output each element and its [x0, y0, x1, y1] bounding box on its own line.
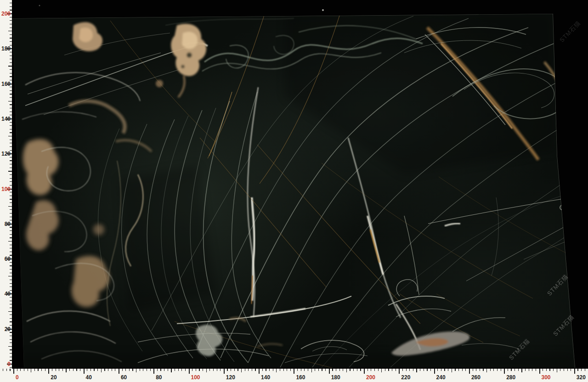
ruler-tick — [224, 369, 225, 374]
ruler-tick — [402, 369, 403, 371]
ruler-tick — [10, 20, 12, 21]
ruler-tick — [10, 280, 12, 280]
ruler-label: 60 — [121, 374, 127, 381]
ruler-tick — [192, 369, 192, 371]
ruler-tick — [203, 369, 203, 371]
ruler-tick — [252, 369, 252, 371]
ruler-tick — [501, 369, 501, 371]
ruler-tick — [346, 369, 347, 372]
ruler-tick — [8, 346, 12, 347]
ruler-tick — [276, 369, 277, 372]
ruler-tick — [90, 369, 91, 371]
ruler-tick — [536, 369, 536, 371]
ruler-tick — [557, 369, 557, 372]
ruler-tick — [59, 369, 59, 371]
ruler-tick — [10, 357, 12, 357]
ruler-tick — [132, 369, 133, 371]
ruler-tick — [87, 369, 87, 371]
ruler-tick — [31, 369, 31, 372]
ruler-tick — [122, 369, 123, 371]
ruler-tick — [48, 369, 49, 374]
ruler-tick — [129, 369, 130, 371]
ruler-label: 100 — [191, 374, 200, 381]
ruler-label: 100 — [0, 185, 11, 193]
ruler-tick — [10, 73, 12, 73]
ruler-tick — [434, 369, 435, 374]
ruler-tick — [560, 369, 560, 371]
ruler-tick — [10, 248, 12, 248]
ruler-tick — [353, 369, 354, 371]
ruler-tick — [371, 369, 371, 371]
ruler-tick — [374, 369, 375, 371]
ruler-tick — [10, 164, 12, 164]
ruler-tick — [430, 369, 431, 371]
ruler-tick — [101, 369, 102, 372]
ruler-tick — [10, 129, 12, 129]
ruler-tick — [392, 369, 392, 371]
ruler-label: 120 — [0, 150, 11, 157]
ruler-tick — [10, 146, 12, 147]
ruler-tick — [574, 369, 575, 374]
ruler-tick — [10, 28, 12, 28]
ruler-tick — [311, 369, 312, 372]
ruler-tick — [357, 369, 357, 371]
ruler-tick — [140, 369, 140, 371]
ruler-tick — [476, 369, 476, 371]
ruler-tick — [227, 369, 227, 371]
ruler-tick — [147, 369, 147, 371]
ruler-tick — [10, 94, 12, 94]
ruler-tick — [269, 369, 270, 371]
ruler-tick — [213, 369, 214, 371]
ruler-tick — [543, 369, 543, 371]
ruler-tick — [10, 339, 12, 340]
ruler-label: 260 — [471, 374, 481, 381]
ruler-tick — [339, 369, 340, 371]
ruler-label: 220 — [401, 374, 410, 381]
ruler-tick — [343, 369, 343, 371]
ruler-tick — [108, 369, 108, 371]
ruler-tick — [10, 234, 12, 235]
ruler-tick — [220, 369, 220, 371]
ruler-tick — [406, 369, 407, 371]
ruler-tick — [10, 108, 12, 108]
ruler-tick — [150, 369, 151, 371]
ruler-tick — [10, 41, 12, 42]
vertical-ruler: 200180160140120100806040200 — [0, 0, 12, 369]
ruler-tick — [8, 101, 12, 101]
ruler-tick — [458, 369, 459, 371]
ruler-tick — [69, 369, 70, 371]
horizontal-ruler: 0204060801001201401601802002202402602803… — [0, 369, 588, 382]
ruler-tick — [290, 369, 291, 371]
ruler-tick — [266, 369, 266, 371]
ruler-tick — [10, 160, 12, 161]
ruler-tick — [525, 369, 526, 371]
ruler-tick — [8, 136, 12, 136]
ruler-tick — [125, 369, 126, 371]
ruler-tick — [462, 369, 463, 371]
ruler-tick — [97, 369, 98, 371]
ruler-tick — [76, 369, 77, 371]
ruler-tick — [168, 369, 168, 371]
ruler-tick — [171, 369, 171, 372]
ruler-tick — [181, 369, 182, 371]
ruler-tick — [315, 369, 315, 371]
ruler-tick — [24, 369, 24, 371]
ruler-tick — [196, 369, 196, 371]
ruler-tick — [318, 369, 319, 371]
ruler-tick — [248, 369, 249, 371]
ruler-tick — [332, 369, 333, 371]
ruler-tick — [17, 369, 17, 371]
ruler-tick — [10, 90, 12, 91]
ruler-tick — [245, 369, 245, 371]
ruler-tick — [209, 369, 210, 371]
ruler-label: 200 — [366, 374, 375, 381]
ruler-tick — [241, 369, 242, 372]
ruler-tick — [10, 217, 12, 217]
ruler-tick — [10, 213, 12, 213]
ruler-tick — [10, 315, 12, 315]
ruler-label: 240 — [436, 374, 446, 381]
ruler-tick — [8, 276, 12, 276]
ruler-tick — [297, 369, 298, 371]
ruler-tick — [8, 31, 12, 31]
ruler-tick — [10, 181, 12, 182]
